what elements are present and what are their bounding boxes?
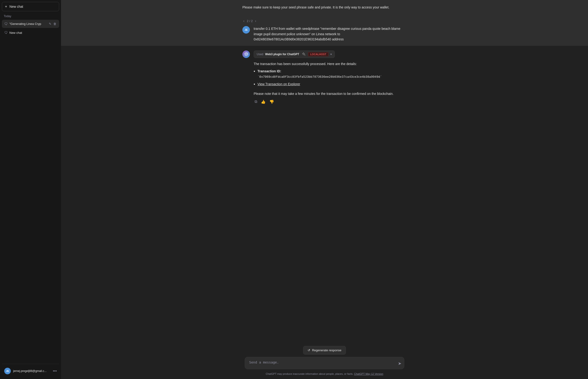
send-button[interactable]: ➤ xyxy=(398,361,401,366)
regenerate-label: Regenerate response xyxy=(312,348,341,352)
sidebar-item-chat-2[interactable]: 🗨 New chat xyxy=(2,29,59,36)
chat-item-label: "Generating Linea Cryp xyxy=(9,22,46,26)
message-actions: ⧉ 👍 👎 xyxy=(254,99,407,105)
prev-message-button[interactable]: ‹ xyxy=(242,18,245,23)
more-options-icon: ••• xyxy=(53,369,57,373)
bottom-area: ↺ Regenerate response ➤ ChatGPT may prod… xyxy=(61,343,588,379)
prev-message-inner: Please make sure to keep your seed phras… xyxy=(242,5,407,10)
tx-id-label: Transaction ID: xyxy=(257,69,281,73)
plugin-badge[interactable]: Used Web3 plugin for ChatGPT 🔌 LOCALHOST… xyxy=(254,50,335,58)
chat-item-actions: ✎ 🗑 xyxy=(48,22,57,26)
used-text: Used xyxy=(257,53,263,56)
bullet-dot-2: • xyxy=(254,81,255,87)
delete-chat-button[interactable]: 🗑 xyxy=(53,22,57,26)
plugin-name: Web3 plugin for ChatGPT xyxy=(265,53,299,56)
user-message-container: ‹ 2 / 2 › JE transfer 0.1 ETH from walle… xyxy=(242,18,407,42)
chat-item-label-2: New chat xyxy=(9,31,57,34)
chat-bubble-icon-2: 🗨 xyxy=(4,31,8,34)
message-nav: ‹ 2 / 2 › xyxy=(242,18,407,23)
user-msg-row: JE transfer 0.1 ETH from wallet with see… xyxy=(242,26,407,42)
assistant-message-section: Used Web3 plugin for ChatGPT 🔌 LOCALHOST… xyxy=(61,46,588,110)
main-content: Please make sure to keep your seed phras… xyxy=(61,0,588,379)
assistant-footer-text: Please note that it may take a few minut… xyxy=(254,91,407,97)
regenerate-icon: ↺ xyxy=(308,348,310,352)
disclaimer-link[interactable]: ChatGPT May 12 Version xyxy=(354,372,383,375)
sidebar-footer: JE jernej.pregelj88@gmail.c... ••• xyxy=(2,364,59,377)
edit-chat-button[interactable]: ✎ xyxy=(48,22,52,26)
thumbs-up-button[interactable]: 👍 xyxy=(260,99,267,105)
assistant-intro-text: The transaction has been successfully pr… xyxy=(254,61,407,67)
view-transaction-item: • View Transaction on Explorer xyxy=(254,81,407,87)
input-area: ➤ xyxy=(245,357,404,370)
new-chat-label: New chat xyxy=(9,5,23,8)
tx-id-value: `0x7069cd8fdca0f3cc83fbfa523bb7873636ee2… xyxy=(257,75,382,79)
user-email: jernej.pregelj88@gmail.c... xyxy=(13,369,50,373)
new-chat-button[interactable]: + New chat xyxy=(2,2,59,11)
nav-counter: 2 / 2 xyxy=(247,19,253,23)
chevron-down-icon: ▾ xyxy=(330,53,332,56)
plus-icon: + xyxy=(5,4,7,9)
user-message-text: transfer 0.1 ETH from wallet with seedph… xyxy=(254,26,407,42)
bullet-dot-1: • xyxy=(254,69,255,74)
view-transaction-link[interactable]: View Transaction on Explorer xyxy=(257,81,300,87)
tx-id-label-and-value: Transaction ID: `0x7069cd8fdca0f3cc83fbf… xyxy=(257,69,382,79)
copy-button[interactable]: ⧉ xyxy=(254,99,258,105)
prev-message-text: Please make sure to keep your seed phras… xyxy=(242,5,407,10)
assistant-content: Used Web3 plugin for ChatGPT 🔌 LOCALHOST… xyxy=(254,50,407,105)
sidebar: + New chat Today 🗨 "Generating Linea Cry… xyxy=(0,0,61,379)
messages-area: Please make sure to keep your seed phras… xyxy=(61,0,588,343)
user-message-section: ‹ 2 / 2 › JE transfer 0.1 ETH from walle… xyxy=(61,15,588,46)
chat-bubble-icon: 🗨 xyxy=(4,22,8,26)
disclaimer-text: ChatGPT may produce inaccurate informati… xyxy=(266,372,383,377)
transaction-details-list: • Transaction ID: `0x7069cd8fdca0f3cc83f… xyxy=(254,67,407,91)
sidebar-item-chat-1[interactable]: 🗨 "Generating Linea Cryp ✎ 🗑 xyxy=(2,20,59,28)
thumbs-down-button[interactable]: 👎 xyxy=(269,99,275,105)
chatgpt-avatar xyxy=(242,50,250,58)
avatar: JE xyxy=(4,368,11,374)
transaction-id-item: • Transaction ID: `0x7069cd8fdca0f3cc83f… xyxy=(254,69,407,79)
next-message-button[interactable]: › xyxy=(254,18,257,23)
user-avatar-message: JE xyxy=(242,26,250,33)
user-info[interactable]: JE jernej.pregelj88@gmail.c... ••• xyxy=(2,366,59,376)
chatgpt-logo-icon xyxy=(244,52,248,56)
regenerate-button[interactable]: ↺ Regenerate response xyxy=(303,346,346,355)
prev-user-message-area: Please make sure to keep your seed phras… xyxy=(61,0,588,15)
send-icon: ➤ xyxy=(398,361,401,366)
today-label: Today xyxy=(2,13,59,19)
localhost-badge: LOCALHOST xyxy=(308,52,328,56)
assistant-message-inner: Used Web3 plugin for ChatGPT 🔌 LOCALHOST… xyxy=(242,50,407,105)
message-input[interactable] xyxy=(245,357,404,369)
plugin-icon: 🔌 xyxy=(302,52,306,56)
